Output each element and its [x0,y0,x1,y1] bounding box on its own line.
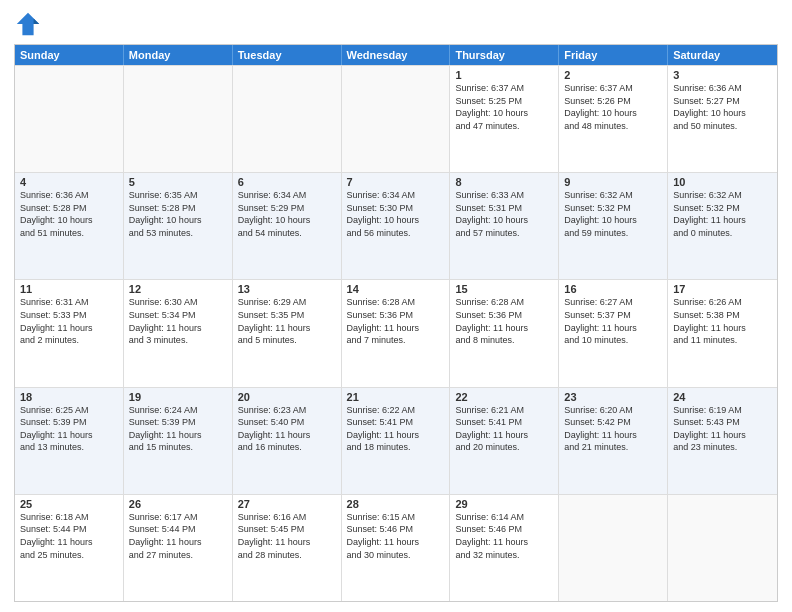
day-number: 4 [20,176,118,188]
day-number: 23 [564,391,662,403]
day-number: 11 [20,283,118,295]
cal-cell: 2Sunrise: 6:37 AM Sunset: 5:26 PM Daylig… [559,66,668,172]
week-row-2: 11Sunrise: 6:31 AM Sunset: 5:33 PM Dayli… [15,279,777,386]
day-number: 27 [238,498,336,510]
cal-cell: 1Sunrise: 6:37 AM Sunset: 5:25 PM Daylig… [450,66,559,172]
cal-cell: 26Sunrise: 6:17 AM Sunset: 5:44 PM Dayli… [124,495,233,601]
header-day-monday: Monday [124,45,233,65]
day-info: Sunrise: 6:33 AM Sunset: 5:31 PM Dayligh… [455,189,553,239]
cal-cell: 3Sunrise: 6:36 AM Sunset: 5:27 PM Daylig… [668,66,777,172]
day-number: 5 [129,176,227,188]
cal-cell: 9Sunrise: 6:32 AM Sunset: 5:32 PM Daylig… [559,173,668,279]
page: SundayMondayTuesdayWednesdayThursdayFrid… [0,0,792,612]
cal-cell [668,495,777,601]
header-day-wednesday: Wednesday [342,45,451,65]
cal-cell: 20Sunrise: 6:23 AM Sunset: 5:40 PM Dayli… [233,388,342,494]
cal-cell: 7Sunrise: 6:34 AM Sunset: 5:30 PM Daylig… [342,173,451,279]
cal-cell: 11Sunrise: 6:31 AM Sunset: 5:33 PM Dayli… [15,280,124,386]
cal-cell: 10Sunrise: 6:32 AM Sunset: 5:32 PM Dayli… [668,173,777,279]
cal-cell [233,66,342,172]
cal-cell: 15Sunrise: 6:28 AM Sunset: 5:36 PM Dayli… [450,280,559,386]
cal-cell: 17Sunrise: 6:26 AM Sunset: 5:38 PM Dayli… [668,280,777,386]
week-row-1: 4Sunrise: 6:36 AM Sunset: 5:28 PM Daylig… [15,172,777,279]
day-number: 2 [564,69,662,81]
cal-cell [15,66,124,172]
day-info: Sunrise: 6:24 AM Sunset: 5:39 PM Dayligh… [129,404,227,454]
day-info: Sunrise: 6:17 AM Sunset: 5:44 PM Dayligh… [129,511,227,561]
day-info: Sunrise: 6:28 AM Sunset: 5:36 PM Dayligh… [347,296,445,346]
day-number: 13 [238,283,336,295]
header-day-thursday: Thursday [450,45,559,65]
logo [14,10,46,38]
day-number: 3 [673,69,772,81]
day-number: 14 [347,283,445,295]
day-number: 7 [347,176,445,188]
cal-cell: 5Sunrise: 6:35 AM Sunset: 5:28 PM Daylig… [124,173,233,279]
day-info: Sunrise: 6:34 AM Sunset: 5:29 PM Dayligh… [238,189,336,239]
cal-cell: 8Sunrise: 6:33 AM Sunset: 5:31 PM Daylig… [450,173,559,279]
cal-cell: 29Sunrise: 6:14 AM Sunset: 5:46 PM Dayli… [450,495,559,601]
day-number: 25 [20,498,118,510]
cal-cell [124,66,233,172]
day-number: 17 [673,283,772,295]
day-number: 22 [455,391,553,403]
cal-cell: 6Sunrise: 6:34 AM Sunset: 5:29 PM Daylig… [233,173,342,279]
cal-cell: 21Sunrise: 6:22 AM Sunset: 5:41 PM Dayli… [342,388,451,494]
day-number: 9 [564,176,662,188]
day-info: Sunrise: 6:16 AM Sunset: 5:45 PM Dayligh… [238,511,336,561]
cal-cell: 4Sunrise: 6:36 AM Sunset: 5:28 PM Daylig… [15,173,124,279]
day-info: Sunrise: 6:34 AM Sunset: 5:30 PM Dayligh… [347,189,445,239]
calendar-body: 1Sunrise: 6:37 AM Sunset: 5:25 PM Daylig… [15,65,777,601]
cal-cell: 24Sunrise: 6:19 AM Sunset: 5:43 PM Dayli… [668,388,777,494]
day-number: 28 [347,498,445,510]
day-number: 20 [238,391,336,403]
calendar-header: SundayMondayTuesdayWednesdayThursdayFrid… [15,45,777,65]
week-row-0: 1Sunrise: 6:37 AM Sunset: 5:25 PM Daylig… [15,65,777,172]
day-info: Sunrise: 6:32 AM Sunset: 5:32 PM Dayligh… [564,189,662,239]
day-number: 18 [20,391,118,403]
day-info: Sunrise: 6:35 AM Sunset: 5:28 PM Dayligh… [129,189,227,239]
day-info: Sunrise: 6:26 AM Sunset: 5:38 PM Dayligh… [673,296,772,346]
day-info: Sunrise: 6:30 AM Sunset: 5:34 PM Dayligh… [129,296,227,346]
day-info: Sunrise: 6:32 AM Sunset: 5:32 PM Dayligh… [673,189,772,239]
cal-cell [342,66,451,172]
day-number: 24 [673,391,772,403]
day-info: Sunrise: 6:25 AM Sunset: 5:39 PM Dayligh… [20,404,118,454]
svg-marker-1 [34,18,40,24]
cal-cell: 19Sunrise: 6:24 AM Sunset: 5:39 PM Dayli… [124,388,233,494]
cal-cell: 18Sunrise: 6:25 AM Sunset: 5:39 PM Dayli… [15,388,124,494]
day-info: Sunrise: 6:36 AM Sunset: 5:27 PM Dayligh… [673,82,772,132]
cal-cell: 22Sunrise: 6:21 AM Sunset: 5:41 PM Dayli… [450,388,559,494]
week-row-4: 25Sunrise: 6:18 AM Sunset: 5:44 PM Dayli… [15,494,777,601]
day-info: Sunrise: 6:21 AM Sunset: 5:41 PM Dayligh… [455,404,553,454]
day-info: Sunrise: 6:22 AM Sunset: 5:41 PM Dayligh… [347,404,445,454]
day-number: 26 [129,498,227,510]
header-day-saturday: Saturday [668,45,777,65]
day-number: 1 [455,69,553,81]
day-info: Sunrise: 6:14 AM Sunset: 5:46 PM Dayligh… [455,511,553,561]
logo-icon [14,10,42,38]
day-number: 10 [673,176,772,188]
day-number: 19 [129,391,227,403]
cal-cell: 28Sunrise: 6:15 AM Sunset: 5:46 PM Dayli… [342,495,451,601]
day-info: Sunrise: 6:18 AM Sunset: 5:44 PM Dayligh… [20,511,118,561]
cal-cell: 12Sunrise: 6:30 AM Sunset: 5:34 PM Dayli… [124,280,233,386]
week-row-3: 18Sunrise: 6:25 AM Sunset: 5:39 PM Dayli… [15,387,777,494]
day-number: 6 [238,176,336,188]
day-info: Sunrise: 6:28 AM Sunset: 5:36 PM Dayligh… [455,296,553,346]
header-day-tuesday: Tuesday [233,45,342,65]
day-info: Sunrise: 6:19 AM Sunset: 5:43 PM Dayligh… [673,404,772,454]
day-info: Sunrise: 6:36 AM Sunset: 5:28 PM Dayligh… [20,189,118,239]
cal-cell: 27Sunrise: 6:16 AM Sunset: 5:45 PM Dayli… [233,495,342,601]
day-number: 29 [455,498,553,510]
day-info: Sunrise: 6:29 AM Sunset: 5:35 PM Dayligh… [238,296,336,346]
day-number: 21 [347,391,445,403]
cal-cell: 13Sunrise: 6:29 AM Sunset: 5:35 PM Dayli… [233,280,342,386]
day-info: Sunrise: 6:15 AM Sunset: 5:46 PM Dayligh… [347,511,445,561]
day-info: Sunrise: 6:37 AM Sunset: 5:26 PM Dayligh… [564,82,662,132]
day-info: Sunrise: 6:27 AM Sunset: 5:37 PM Dayligh… [564,296,662,346]
cal-cell [559,495,668,601]
day-number: 8 [455,176,553,188]
cal-cell: 16Sunrise: 6:27 AM Sunset: 5:37 PM Dayli… [559,280,668,386]
day-info: Sunrise: 6:37 AM Sunset: 5:25 PM Dayligh… [455,82,553,132]
